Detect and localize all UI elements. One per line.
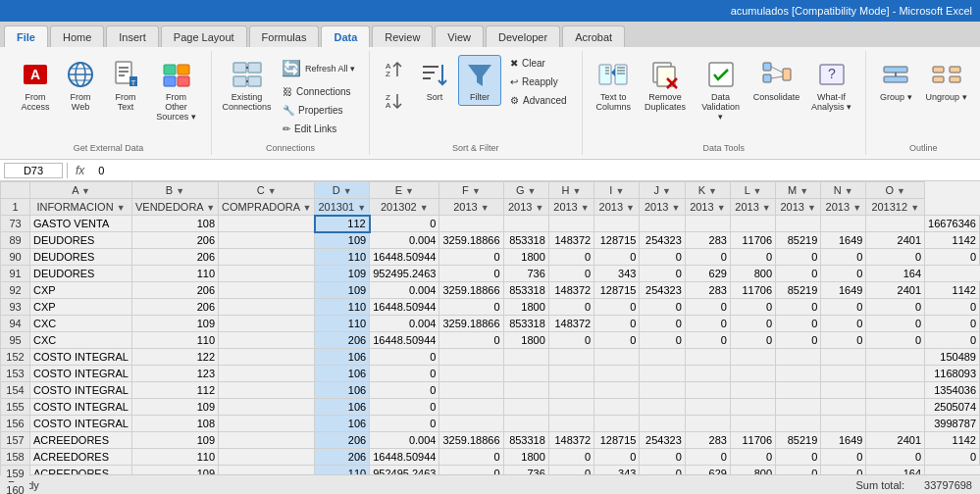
table-cell[interactable] — [776, 382, 821, 399]
table-cell[interactable] — [685, 366, 730, 382]
table-cell[interactable]: 3259.18866 — [439, 432, 503, 449]
table-cell[interactable] — [730, 416, 775, 432]
table-cell[interactable]: 123 — [131, 366, 218, 382]
table-cell[interactable] — [821, 216, 866, 232]
table-cell[interactable] — [439, 349, 503, 366]
col-header-d[interactable]: D ▼ — [315, 182, 370, 199]
table-cell[interactable]: ACREEDORES — [30, 449, 132, 466]
col-header-k[interactable]: K ▼ — [685, 182, 730, 199]
table-cell[interactable]: 0 — [640, 249, 685, 266]
table-cell[interactable] — [730, 382, 775, 399]
table-cell[interactable] — [439, 216, 503, 232]
table-cell[interactable]: 283 — [685, 232, 730, 249]
table-cell[interactable]: 11706 — [730, 282, 775, 299]
table-cell[interactable]: 108 — [131, 216, 218, 232]
table-cell[interactable] — [685, 216, 730, 232]
table-cell[interactable]: 206 — [131, 282, 218, 299]
table-cell[interactable]: 1649 — [821, 232, 866, 249]
table-cell[interactable] — [219, 416, 315, 432]
table-cell[interactable]: 0 — [685, 299, 730, 316]
table-cell[interactable]: 1354036 — [925, 382, 980, 399]
table-cell[interactable]: 16448.50944 — [370, 332, 439, 349]
table-cell[interactable]: 128715 — [594, 432, 640, 449]
table-cell[interactable]: 206 — [131, 249, 218, 266]
table-cell[interactable] — [640, 366, 685, 382]
table-cell[interactable]: 254323 — [640, 432, 685, 449]
table-cell[interactable] — [776, 416, 821, 432]
table-cell[interactable]: 736 — [503, 266, 548, 282]
text-to-columns-button[interactable]: Text toColumns — [591, 55, 638, 116]
table-cell[interactable] — [548, 382, 593, 399]
table-cell[interactable]: COSTO INTEGRAL — [30, 416, 132, 432]
ungroup-button[interactable]: Ungroup ▾ — [920, 55, 973, 106]
table-cell[interactable]: 0 — [730, 449, 775, 466]
table-cell[interactable]: 109 — [131, 399, 218, 416]
table-cell[interactable] — [219, 282, 315, 299]
table-cell[interactable] — [503, 416, 548, 432]
table-cell[interactable] — [219, 399, 315, 416]
table-cell[interactable] — [219, 449, 315, 466]
table-cell[interactable]: 206 — [315, 332, 370, 349]
tab-view[interactable]: View — [435, 25, 484, 47]
table-cell[interactable]: 150489 — [925, 349, 980, 366]
table-cell[interactable]: 85219 — [776, 232, 821, 249]
table-cell[interactable] — [439, 382, 503, 399]
table-cell[interactable]: DEUDORES — [30, 266, 132, 282]
table-cell[interactable]: 0 — [776, 249, 821, 266]
table-cell[interactable]: 11706 — [730, 232, 775, 249]
table-cell[interactable]: CXP — [30, 299, 132, 316]
table-cell[interactable] — [503, 382, 548, 399]
table-cell[interactable]: 16448.50944 — [370, 449, 439, 466]
table-cell[interactable]: 109 — [315, 266, 370, 282]
table-cell[interactable] — [594, 399, 640, 416]
table-cell[interactable]: 0 — [730, 299, 775, 316]
table-cell[interactable]: 952495.2463 — [370, 266, 439, 282]
col-header-b[interactable]: B ▼ — [131, 182, 218, 199]
table-cell[interactable]: CXC — [30, 316, 132, 332]
clear-button[interactable]: ✖ Clear — [503, 55, 573, 72]
table-cell[interactable]: 0 — [594, 299, 640, 316]
table-cell[interactable]: 106 — [315, 416, 370, 432]
table-cell[interactable]: 1800 — [503, 299, 548, 316]
table-cell[interactable]: 106 — [315, 366, 370, 382]
table-cell[interactable]: 110 — [315, 249, 370, 266]
table-cell[interactable]: ACREEDORES — [30, 432, 132, 449]
table-cell[interactable]: 1800 — [503, 249, 548, 266]
table-cell[interactable] — [821, 382, 866, 399]
table-cell[interactable]: 0 — [821, 299, 866, 316]
table-cell[interactable] — [640, 416, 685, 432]
table-cell[interactable]: 3998787 — [925, 416, 980, 432]
tab-data[interactable]: Data — [321, 25, 370, 47]
table-cell[interactable] — [730, 216, 775, 232]
tab-acrobat[interactable]: Acrobat — [562, 25, 625, 47]
table-cell[interactable]: 0 — [730, 332, 775, 349]
consolidate-button[interactable]: Consolidate — [749, 55, 803, 106]
filter-button[interactable]: Filter — [458, 55, 501, 106]
table-cell[interactable]: 0 — [439, 266, 503, 282]
table-cell[interactable] — [730, 349, 775, 366]
table-cell[interactable]: 16448.50944 — [370, 249, 439, 266]
table-cell[interactable]: 0 — [776, 449, 821, 466]
table-cell[interactable]: 0 — [776, 266, 821, 282]
table-cell[interactable]: 1800 — [503, 449, 548, 466]
remove-duplicates-button[interactable]: RemoveDuplicates — [639, 55, 692, 116]
table-cell[interactable]: 148372 — [548, 232, 593, 249]
table-cell[interactable]: 1800 — [503, 332, 548, 349]
table-cell[interactable] — [685, 399, 730, 416]
table-cell[interactable]: 0 — [821, 249, 866, 266]
table-cell[interactable]: 0 — [640, 449, 685, 466]
table-cell[interactable]: 110 — [131, 266, 218, 282]
table-cell[interactable]: 0 — [866, 249, 925, 266]
col-header-i[interactable]: I ▼ — [594, 182, 640, 199]
table-cell[interactable]: 0 — [370, 366, 439, 382]
table-cell[interactable]: 148372 — [548, 282, 593, 299]
table-cell[interactable]: 110 — [131, 332, 218, 349]
table-cell[interactable]: 853318 — [503, 432, 548, 449]
table-cell[interactable]: 112 — [315, 216, 370, 232]
col-header-a[interactable]: A ▼ — [30, 182, 132, 199]
table-cell[interactable]: 206 — [131, 299, 218, 316]
table-cell[interactable]: 0 — [730, 316, 775, 332]
table-cell[interactable]: 0 — [439, 249, 503, 266]
tab-page-layout[interactable]: Page Layout — [161, 25, 247, 47]
table-cell[interactable]: 11706 — [730, 432, 775, 449]
